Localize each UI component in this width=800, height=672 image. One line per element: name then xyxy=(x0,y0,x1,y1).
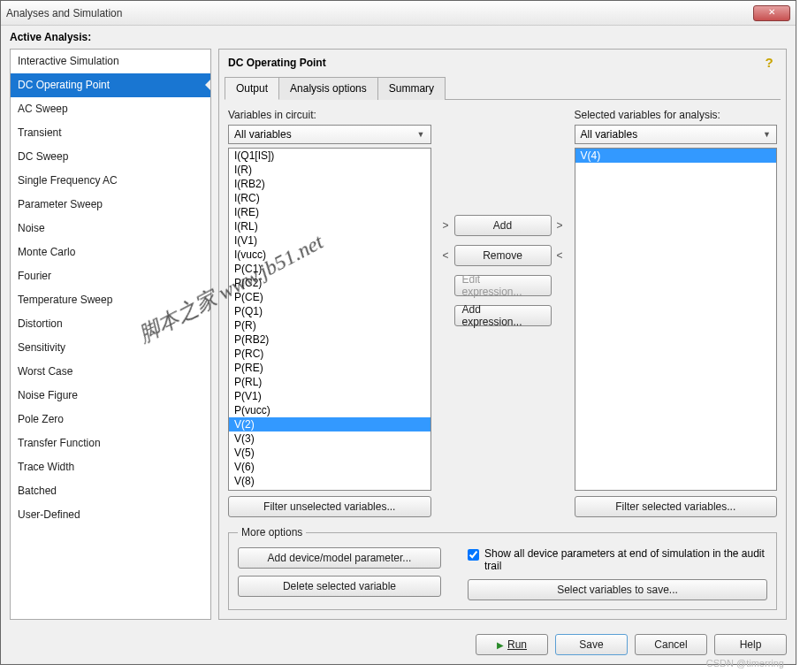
active-analysis-header: Active Analysis: xyxy=(1,26,796,49)
variables-label: Variables in circuit: xyxy=(228,109,431,121)
sidebar-item[interactable]: Single Frequency AC xyxy=(11,169,210,193)
listbox-item[interactable]: I(RB2) xyxy=(229,177,430,191)
analysis-sidebar[interactable]: Interactive SimulationDC Operating Point… xyxy=(10,49,211,620)
combo-value: All variables xyxy=(234,128,292,141)
listbox-item[interactable]: P(RL) xyxy=(229,375,430,389)
sidebar-item[interactable]: Trace Width xyxy=(11,455,210,479)
filter-unselected-button[interactable]: Filter unselected variables... xyxy=(228,496,431,517)
more-options-group: More options Add device/model parameter.… xyxy=(228,526,777,610)
sidebar-item[interactable]: Transfer Function xyxy=(11,431,210,455)
sidebar-item[interactable]: Pole Zero xyxy=(11,408,210,431)
sidebar-item[interactable]: Monte Carlo xyxy=(11,241,210,264)
show-all-label[interactable]: Show all device parameters at end of sim… xyxy=(484,547,767,572)
variables-listbox[interactable]: I(Q1[IS])I(R)I(RB2)I(RC)I(RE)I(RL)I(V1)I… xyxy=(228,148,431,491)
content-area: Interactive SimulationDC Operating Point… xyxy=(1,49,796,625)
listbox-item[interactable]: I(vucc) xyxy=(229,248,430,262)
tab[interactable]: Analysis options xyxy=(278,77,378,100)
listbox-item[interactable]: V(8) xyxy=(229,474,430,488)
filter-selected-button[interactable]: Filter selected variables... xyxy=(575,496,778,517)
dialog-footer: ▶Run Save Cancel Help xyxy=(1,625,796,664)
sidebar-item[interactable]: Temperature Sweep xyxy=(11,288,210,312)
listbox-item[interactable]: P(CE) xyxy=(229,290,430,304)
sidebar-item[interactable]: Worst Case xyxy=(11,360,210,384)
sidebar-item[interactable]: Noise Figure xyxy=(11,384,210,408)
selected-listbox[interactable]: V(4) xyxy=(575,148,778,491)
listbox-item[interactable]: P(RC) xyxy=(229,347,430,361)
close-button[interactable]: ✕ xyxy=(753,5,790,21)
cancel-button[interactable]: Cancel xyxy=(635,634,707,655)
sidebar-item[interactable]: User-Defined xyxy=(11,503,210,527)
sidebar-item[interactable]: Interactive Simulation xyxy=(11,50,210,73)
window-title: Analyses and Simulation xyxy=(6,7,753,19)
listbox-item[interactable]: P(V1) xyxy=(229,389,430,403)
play-icon: ▶ xyxy=(497,640,504,650)
combo-value: All variables xyxy=(581,128,638,141)
sidebar-item[interactable]: DC Operating Point xyxy=(11,73,210,97)
listbox-item[interactable]: I(V1) xyxy=(229,233,430,248)
tab[interactable]: Output xyxy=(225,77,279,100)
sidebar-item[interactable]: Transient xyxy=(11,121,210,145)
listbox-item[interactable]: I(Q1[IS]) xyxy=(229,149,430,163)
listbox-item[interactable]: V(2) xyxy=(229,417,430,431)
more-options-legend: More options xyxy=(238,526,306,538)
listbox-item[interactable]: I(RE) xyxy=(229,205,430,219)
sidebar-item[interactable]: Batched xyxy=(11,479,210,503)
sidebar-item[interactable]: Parameter Sweep xyxy=(11,193,210,217)
dialog-window: Analyses and Simulation ✕ Active Analysi… xyxy=(0,0,796,665)
help-icon[interactable]: ? xyxy=(761,55,777,71)
arrow-left-icon: < xyxy=(557,249,563,262)
arrow-right-icon: > xyxy=(557,219,563,232)
listbox-item[interactable]: P(RB2) xyxy=(229,332,430,347)
sidebar-item[interactable]: Distortion xyxy=(11,312,210,336)
listbox-item[interactable]: I(RC) xyxy=(229,191,430,205)
listbox-item[interactable]: P(C1) xyxy=(229,262,430,276)
listbox-item[interactable]: V(6) xyxy=(229,460,430,474)
save-button[interactable]: Save xyxy=(555,634,628,655)
listbox-item[interactable]: I(RL) xyxy=(229,219,430,233)
remove-button[interactable]: Remove xyxy=(454,245,552,266)
listbox-item[interactable]: V(5) xyxy=(229,446,430,460)
selected-filter-combo[interactable]: All variables ▼ xyxy=(575,125,778,144)
sidebar-item[interactable]: DC Sweep xyxy=(11,145,210,169)
add-button[interactable]: Add xyxy=(454,215,552,236)
add-expression-button[interactable]: Add expression... xyxy=(454,305,552,326)
listbox-item[interactable]: V(4) xyxy=(575,149,777,163)
delete-selected-var-button[interactable]: Delete selected variable xyxy=(238,576,441,597)
listbox-item[interactable]: P(Q1) xyxy=(229,304,430,318)
sidebar-item[interactable]: AC Sweep xyxy=(11,97,210,121)
titlebar[interactable]: Analyses and Simulation ✕ xyxy=(1,1,796,26)
add-device-param-button[interactable]: Add device/model parameter... xyxy=(238,547,441,569)
sidebar-item[interactable]: Fourier xyxy=(11,264,210,288)
variables-filter-combo[interactable]: All variables ▼ xyxy=(228,125,431,144)
run-button[interactable]: ▶Run xyxy=(476,634,548,655)
listbox-item[interactable]: P(C2) xyxy=(229,276,430,290)
tab-output-body: Variables in circuit: All variables ▼ I(… xyxy=(225,100,781,614)
listbox-item[interactable]: P(R) xyxy=(229,318,430,332)
tab[interactable]: Summary xyxy=(377,77,446,100)
listbox-item[interactable]: P(vucc) xyxy=(229,403,430,417)
csdn-attribution: CSDN @timerring xyxy=(706,658,784,668)
sidebar-item[interactable]: Noise xyxy=(11,217,210,241)
listbox-item[interactable]: V(3) xyxy=(229,431,430,446)
tab-bar: OutputAnalysis optionsSummary xyxy=(225,76,781,100)
variables-in-circuit-column: Variables in circuit: All variables ▼ I(… xyxy=(228,109,431,517)
listbox-item[interactable]: I(R) xyxy=(229,163,430,177)
sidebar-item[interactable]: Sensitivity xyxy=(11,336,210,360)
panel-title: DC Operating Point xyxy=(228,57,761,69)
show-all-checkbox[interactable] xyxy=(468,549,479,561)
chevron-down-icon: ▼ xyxy=(417,130,425,139)
arrow-left-icon: < xyxy=(442,249,448,262)
transfer-buttons-column: > Add > < Remove < Edit expression... Ad… xyxy=(437,109,569,517)
listbox-item[interactable]: P(RE) xyxy=(229,361,430,375)
main-panel: DC Operating Point ? OutputAnalysis opti… xyxy=(218,49,787,620)
arrow-right-icon: > xyxy=(442,219,448,232)
edit-expression-button[interactable]: Edit expression... xyxy=(454,275,552,296)
chevron-down-icon: ▼ xyxy=(763,130,771,139)
help-button[interactable]: Help xyxy=(714,634,787,655)
selected-label: Selected variables for analysis: xyxy=(575,109,778,121)
selected-variables-column: Selected variables for analysis: All var… xyxy=(575,109,778,517)
select-variables-save-button[interactable]: Select variables to save... xyxy=(468,579,767,600)
